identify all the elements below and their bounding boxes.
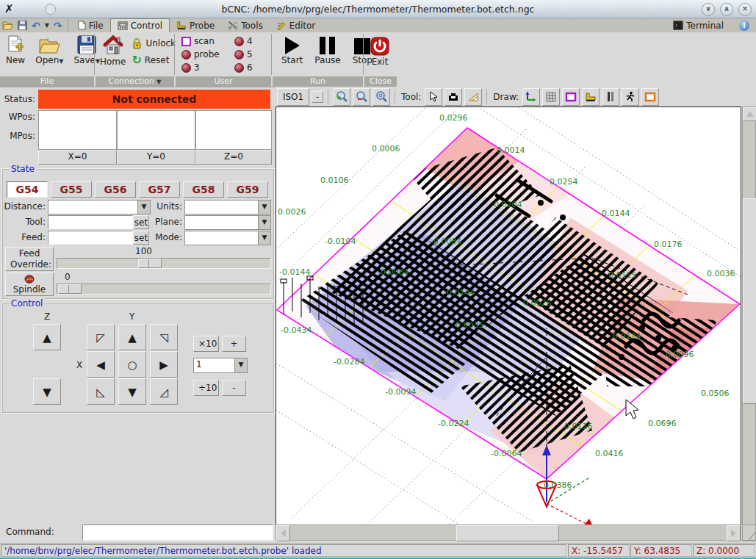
draw-probe-toggle[interactable] bbox=[582, 88, 600, 106]
jog-z-down-button[interactable]: ▼ bbox=[33, 378, 61, 405]
group-label-connection[interactable]: Connection ▼ bbox=[96, 76, 174, 87]
zoom-fit-button[interactable] bbox=[372, 88, 390, 106]
shade-button[interactable]: ∨ bbox=[702, 3, 715, 16]
draw-margin-toggle[interactable] bbox=[562, 88, 580, 106]
mode-combobox[interactable]: ▼ bbox=[184, 231, 271, 245]
ruler-tool-button[interactable] bbox=[464, 88, 482, 106]
user-button-probe[interactable]: probe bbox=[180, 48, 233, 60]
help-button[interactable]: i bbox=[737, 21, 752, 31]
zoom-out-button[interactable] bbox=[353, 88, 370, 106]
folder-open-icon bbox=[38, 37, 60, 54]
wcs-g58-button[interactable]: G58 bbox=[183, 181, 224, 198]
save-toolbar-button[interactable] bbox=[15, 18, 29, 32]
draw-paths-toggle[interactable] bbox=[622, 88, 639, 106]
distance-combobox[interactable]: ▼ bbox=[48, 200, 151, 214]
resize-grip[interactable] bbox=[742, 524, 756, 541]
tool-entry[interactable] bbox=[48, 215, 133, 229]
zero-z-button[interactable]: Z=0 bbox=[195, 150, 272, 165]
statusbar-y-coord: Y: 63.4835 bbox=[630, 544, 692, 557]
exit-button[interactable]: Exit bbox=[367, 35, 392, 68]
tab-probe[interactable]: Probe bbox=[170, 18, 221, 32]
user-button-scan[interactable]: scan bbox=[180, 35, 233, 47]
open-toolbar-button[interactable] bbox=[0, 18, 15, 32]
jog-origin-button[interactable]: ○ bbox=[118, 351, 146, 378]
unlock-button[interactable]: Unlock bbox=[130, 37, 177, 50]
tab-tools[interactable]: Tools bbox=[221, 18, 270, 32]
tab-control[interactable]: Control bbox=[110, 18, 170, 32]
hscroll-thumb[interactable] bbox=[456, 525, 559, 541]
command-input[interactable] bbox=[82, 524, 273, 541]
wcs-g57-button[interactable]: G57 bbox=[139, 181, 180, 198]
feed-entry[interactable] bbox=[48, 231, 133, 245]
home-button[interactable]: Home bbox=[97, 34, 129, 68]
orb-icon bbox=[181, 63, 191, 73]
tab-file[interactable]: File bbox=[71, 18, 110, 32]
undo-history-dropdown[interactable]: ▼ bbox=[43, 18, 51, 32]
spindle-toggle[interactable]: Spindle bbox=[5, 273, 54, 296]
gcode-canvas[interactable]: 0.02960.00140.02540.01440.01760.00360.00… bbox=[276, 107, 741, 527]
zero-y-button[interactable]: Y=0 bbox=[117, 150, 195, 165]
spindle-slider[interactable] bbox=[57, 284, 271, 295]
chevron-down-icon: ▼ bbox=[258, 216, 270, 229]
slider-handle[interactable] bbox=[138, 259, 162, 268]
open-button[interactable]: Open▼ bbox=[32, 34, 66, 67]
zero-x-button[interactable]: X=0 bbox=[38, 150, 117, 165]
close-button[interactable]: × bbox=[738, 3, 752, 16]
plane-combobox[interactable]: ▼ bbox=[184, 215, 271, 230]
feed-override-slider[interactable] bbox=[57, 258, 271, 269]
step-combobox[interactable]: 1▼ bbox=[193, 358, 248, 373]
wcs-g54-button[interactable]: G54 bbox=[7, 181, 48, 198]
user-button-5[interactable]: 5 bbox=[233, 48, 267, 60]
maximize-button[interactable]: ∧ bbox=[720, 3, 733, 16]
scan-icon bbox=[181, 37, 191, 46]
scroll-left-button[interactable] bbox=[276, 525, 290, 541]
jog-up-left-button[interactable]: ◸ bbox=[87, 324, 115, 350]
user-button-6[interactable]: 6 bbox=[233, 62, 267, 73]
jog-x-minus-button[interactable]: ◀ bbox=[87, 351, 115, 378]
draw-camera-toggle[interactable] bbox=[641, 88, 659, 106]
draw-workarea-toggle[interactable] bbox=[602, 88, 619, 106]
scroll-right-button[interactable] bbox=[727, 525, 741, 541]
canvas-hscrollbar[interactable] bbox=[276, 524, 741, 541]
view-select[interactable]: ISO1 bbox=[277, 88, 309, 106]
select-tool-button[interactable] bbox=[425, 88, 442, 106]
scroll-up-button[interactable] bbox=[743, 107, 756, 121]
new-button[interactable]: New bbox=[3, 34, 28, 67]
vscroll-thumb[interactable] bbox=[743, 198, 756, 404]
feed-set-button[interactable]: set bbox=[133, 231, 149, 245]
slider-handle[interactable] bbox=[58, 284, 82, 294]
gantry-tool-button[interactable] bbox=[444, 88, 462, 106]
redo-button[interactable]: ↷ bbox=[51, 18, 65, 32]
draw-grid-toggle[interactable] bbox=[542, 88, 560, 106]
jog-down-left-button[interactable]: ◺ bbox=[87, 378, 115, 405]
draw-axes-toggle[interactable] bbox=[522, 88, 540, 106]
wcs-g55-button[interactable]: G55 bbox=[51, 181, 92, 198]
pause-button[interactable]: Pause bbox=[312, 35, 343, 67]
jog-down-right-button[interactable]: ◿ bbox=[150, 378, 178, 405]
start-button[interactable]: Start bbox=[278, 35, 306, 67]
step-div10-button[interactable]: ÷10 bbox=[193, 380, 219, 396]
jog-y-up-button[interactable]: ▲ bbox=[118, 324, 146, 350]
undo-button[interactable]: ↶ bbox=[29, 18, 43, 32]
terminal-toggle[interactable]: Terminal bbox=[666, 21, 730, 31]
user-button-4[interactable]: 4 bbox=[233, 35, 267, 47]
step-plus-button[interactable]: + bbox=[222, 336, 246, 352]
feed-override-button[interactable]: Feed Override: bbox=[5, 247, 54, 271]
canvas-vscrollbar[interactable] bbox=[742, 107, 756, 541]
command-label: Command: bbox=[6, 527, 54, 537]
jog-z-up-button[interactable]: ▲ bbox=[33, 324, 61, 350]
wcs-g59-button[interactable]: G59 bbox=[227, 181, 268, 198]
tab-editor[interactable]: Editor bbox=[270, 18, 323, 32]
wcs-g56-button[interactable]: G56 bbox=[95, 181, 136, 198]
step-mul10-button[interactable]: ×10 bbox=[193, 336, 219, 352]
reset-button[interactable]: ↻ Reset bbox=[130, 54, 177, 66]
zoom-in-button[interactable] bbox=[333, 88, 350, 106]
jog-y-down-button[interactable]: ▼ bbox=[118, 378, 146, 405]
view-collapse-button[interactable]: – bbox=[312, 91, 323, 103]
jog-up-right-button[interactable]: ◹ bbox=[150, 324, 178, 350]
units-combobox[interactable]: ▼ bbox=[184, 200, 271, 214]
user-button-3[interactable]: 3 bbox=[180, 62, 233, 73]
jog-x-plus-button[interactable]: ▶ bbox=[150, 351, 178, 378]
step-minus-button[interactable]: - bbox=[222, 380, 246, 396]
tool-set-button[interactable]: set bbox=[133, 215, 149, 229]
